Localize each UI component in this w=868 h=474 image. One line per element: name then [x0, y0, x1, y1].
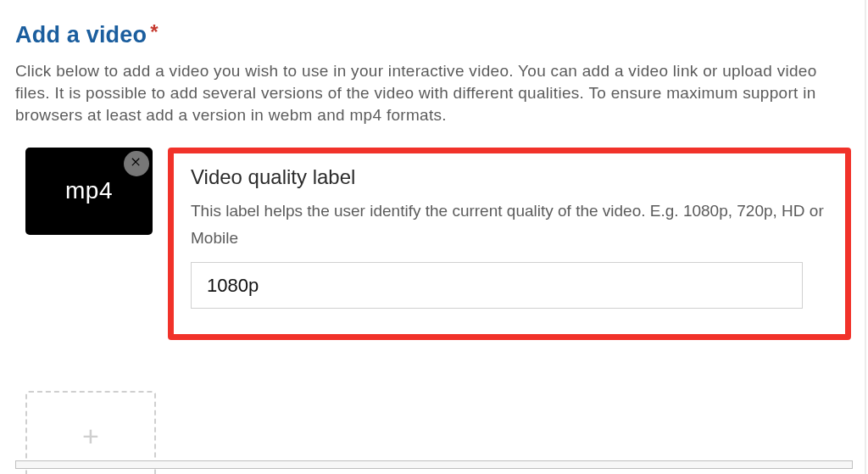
- video-thumbnail[interactable]: mp4: [25, 148, 153, 235]
- plus-icon: +: [82, 420, 99, 453]
- section-help-text: Click below to add a video you wish to u…: [15, 60, 853, 127]
- section-title-text: Add a video: [15, 22, 147, 47]
- section-title: Add a video*: [15, 22, 853, 48]
- bottom-panel-strip: [15, 460, 853, 469]
- quality-label-input[interactable]: [191, 262, 803, 309]
- quality-label-help: This label helps the user identify the c…: [191, 198, 828, 253]
- required-star-icon: *: [150, 20, 159, 43]
- video-quality-card: Video quality label This label helps the…: [168, 148, 851, 341]
- quality-label-title: Video quality label: [191, 165, 828, 189]
- video-format-label: mp4: [65, 177, 113, 204]
- container-right-edge: [865, 0, 866, 474]
- close-icon: [130, 155, 143, 171]
- remove-video-button[interactable]: [124, 151, 149, 176]
